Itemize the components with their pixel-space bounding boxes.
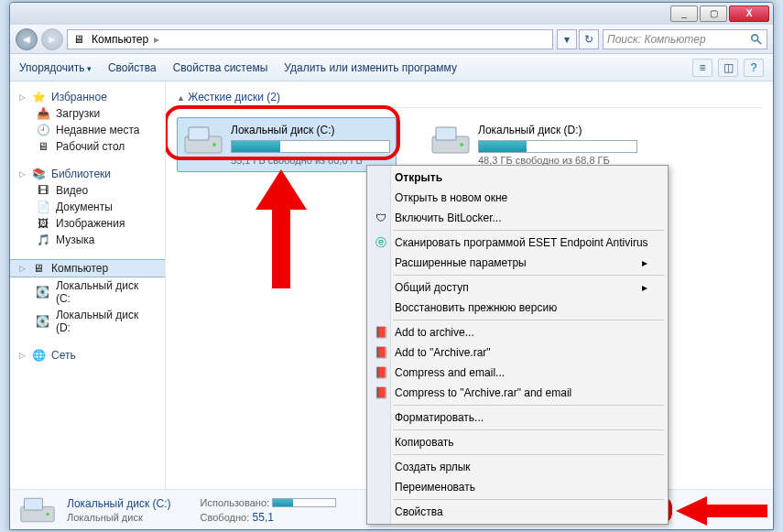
libraries-icon: 📚	[31, 168, 46, 180]
minimize-button[interactable]: _	[670, 5, 698, 22]
sidebar-item-downloads[interactable]: 📥Загрузки	[10, 105, 165, 122]
ctx-restore-previous[interactable]: Восстановить прежнюю версию	[369, 298, 666, 318]
section-hard-drives[interactable]: ▲ Жесткие диски (2)	[177, 87, 762, 108]
drive-icon: 💽	[36, 286, 50, 299]
desktop-icon: 🖥	[36, 140, 50, 153]
organize-menu[interactable]: Упорядочить	[19, 61, 92, 74]
view-mode-button[interactable]: ≡	[692, 59, 712, 77]
forward-button[interactable]: ►	[41, 28, 63, 50]
ctx-advanced-params[interactable]: Расширенные параметры▸	[369, 253, 666, 273]
network-icon: 🌐	[31, 349, 46, 362]
svg-point-7	[460, 143, 463, 147]
drive-usage-bar	[231, 140, 390, 153]
ctx-format[interactable]: Форматировать...	[369, 407, 666, 428]
ctx-open[interactable]: Открыть	[369, 168, 666, 188]
ctx-eset-scan[interactable]: ⓔСканировать программой ESET Endpoint An…	[369, 233, 666, 253]
dropdown-history-button[interactable]: ▾	[557, 29, 577, 49]
search-input[interactable]: Поиск: Компьютер	[603, 29, 767, 49]
annotation-arrow-up	[254, 169, 309, 288]
sidebar-item-recent[interactable]: 🕘Недавние места	[10, 122, 165, 138]
sidebar-item-pictures[interactable]: 🖼Изображения	[10, 215, 165, 232]
ctx-add-to-archive[interactable]: 📕Add to archive...	[369, 322, 666, 342]
drive-c[interactable]: Локальный диск (C:) 55,1 ГБ свободно из …	[177, 117, 397, 172]
drive-icon: 💽	[36, 315, 50, 328]
help-button[interactable]: ?	[744, 59, 764, 77]
context-menu: Открыть Открыть в новом окне 🛡Включить B…	[366, 165, 669, 525]
winrar-icon: 📕	[373, 386, 389, 399]
drive-label: Локальный диск (C:)	[231, 124, 390, 136]
sidebar-computer-header[interactable]: ▷🖥Компьютер	[10, 259, 165, 277]
ctx-bitlocker[interactable]: 🛡Включить BitLocker...	[369, 208, 666, 228]
search-placeholder: Поиск: Компьютер	[607, 33, 706, 46]
sidebar-item-drive-c[interactable]: 💽Локальный диск (C:	[10, 277, 165, 307]
sidebar-item-drive-d[interactable]: 💽Локальный диск (D:	[10, 307, 165, 336]
sidebar-item-music[interactable]: 🎵Музыка	[10, 232, 165, 248]
properties-button[interactable]: Свойства	[108, 61, 157, 74]
pictures-icon: 🖼	[36, 217, 50, 230]
svg-point-0	[752, 34, 758, 40]
ctx-properties[interactable]: Свойства	[369, 502, 666, 522]
sidebar-network-header[interactable]: ▷🌐Сеть	[10, 347, 165, 364]
ctx-open-new-window[interactable]: Открыть в новом окне	[369, 188, 666, 208]
drive-usage-bar	[478, 140, 637, 153]
winrar-icon: 📕	[373, 366, 389, 379]
star-icon: ⭐	[31, 91, 46, 103]
breadcrumb-computer[interactable]: Компьютер	[92, 33, 148, 46]
ctx-share[interactable]: Общий доступ▸	[369, 277, 666, 298]
status-usage-bar	[272, 498, 336, 507]
svg-rect-3	[189, 127, 209, 140]
system-properties-button[interactable]: Свойства системы	[173, 61, 268, 74]
ctx-add-to-archive-rar[interactable]: 📕Add to "Archive.rar"	[369, 342, 666, 363]
winrar-icon: 📕	[373, 346, 389, 359]
preview-pane-button[interactable]: ◫	[718, 59, 738, 77]
refresh-button[interactable]: ↻	[579, 29, 599, 49]
ctx-compress-email[interactable]: 📕Compress and email...	[369, 363, 666, 383]
ctx-compress-rar-email[interactable]: 📕Compress to "Archive.rar" and email	[369, 383, 666, 403]
status-free-value: 55,1	[253, 511, 274, 524]
computer-icon: 🖥	[31, 262, 46, 275]
search-icon	[750, 33, 763, 46]
music-icon: 🎵	[36, 233, 50, 246]
downloads-icon: 📥	[36, 107, 50, 120]
sidebar-libraries-header[interactable]: ▷📚Библиотеки	[10, 166, 165, 182]
video-icon: 🎞	[36, 184, 50, 197]
document-icon: 📄	[36, 201, 50, 213]
navbar: ◄ ► 🖥 Компьютер ▸ ▾ ↻ Поиск: Компьютер	[10, 25, 773, 54]
breadcrumb-sep: ▸	[154, 33, 159, 46]
status-title: Локальный диск (C:)	[67, 497, 171, 510]
drive-icon	[183, 124, 223, 157]
status-used-label: Использовано:	[201, 497, 270, 508]
shield-icon: 🛡	[373, 212, 389, 224]
uninstall-button[interactable]: Удалить или изменить программу	[284, 61, 457, 74]
back-button[interactable]: ◄	[16, 28, 38, 50]
eset-icon: ⓔ	[373, 235, 389, 251]
ctx-rename[interactable]: Переименовать	[369, 477, 666, 497]
computer-icon: 🖥	[71, 33, 86, 46]
ctx-create-shortcut[interactable]: Создать ярлык	[369, 457, 666, 477]
sidebar-item-desktop[interactable]: 🖥Рабочий стол	[10, 138, 165, 155]
sidebar-item-documents[interactable]: 📄Документы	[10, 199, 165, 215]
sidebar: ▷⭐Избранное 📥Загрузки 🕘Недавние места 🖥Р…	[10, 81, 166, 489]
drive-d[interactable]: Локальный диск (D:) 48,3 ГБ свободно из …	[424, 117, 644, 172]
close-button[interactable]: X	[729, 5, 769, 22]
svg-rect-9	[24, 498, 42, 510]
ctx-copy[interactable]: Копировать	[369, 432, 666, 452]
status-subtitle: Локальный диск	[67, 512, 171, 523]
sidebar-favorites-header[interactable]: ▷⭐Избранное	[10, 89, 165, 105]
toolbar: Упорядочить Свойства Свойства системы Уд…	[10, 54, 773, 81]
sidebar-item-videos[interactable]: 🎞Видео	[10, 182, 165, 199]
drive-icon	[430, 124, 471, 157]
titlebar: _ ▢ X	[10, 3, 773, 25]
svg-line-1	[757, 39, 761, 43]
drive-icon	[19, 494, 56, 526]
recent-icon: 🕘	[36, 124, 50, 136]
svg-point-4	[212, 143, 216, 147]
svg-rect-6	[436, 127, 456, 140]
status-free-label: Свободно:	[201, 512, 250, 523]
winrar-icon: 📕	[373, 326, 389, 339]
svg-point-10	[46, 512, 49, 516]
maximize-button[interactable]: ▢	[700, 5, 727, 22]
drive-label: Локальный диск (D:)	[478, 124, 637, 136]
address-bar[interactable]: 🖥 Компьютер ▸	[67, 29, 553, 49]
